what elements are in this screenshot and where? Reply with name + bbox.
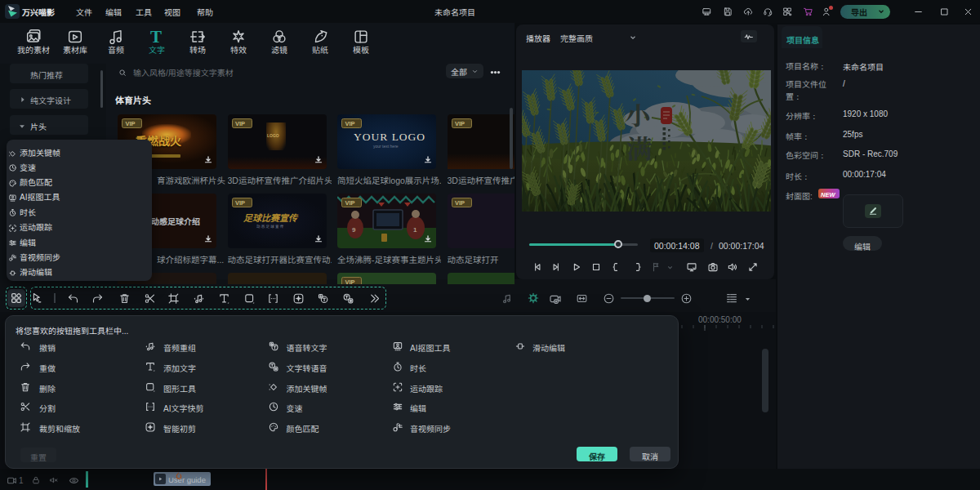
svg-text:9: 9	[352, 226, 356, 234]
svg-text:1: 1	[413, 226, 417, 234]
